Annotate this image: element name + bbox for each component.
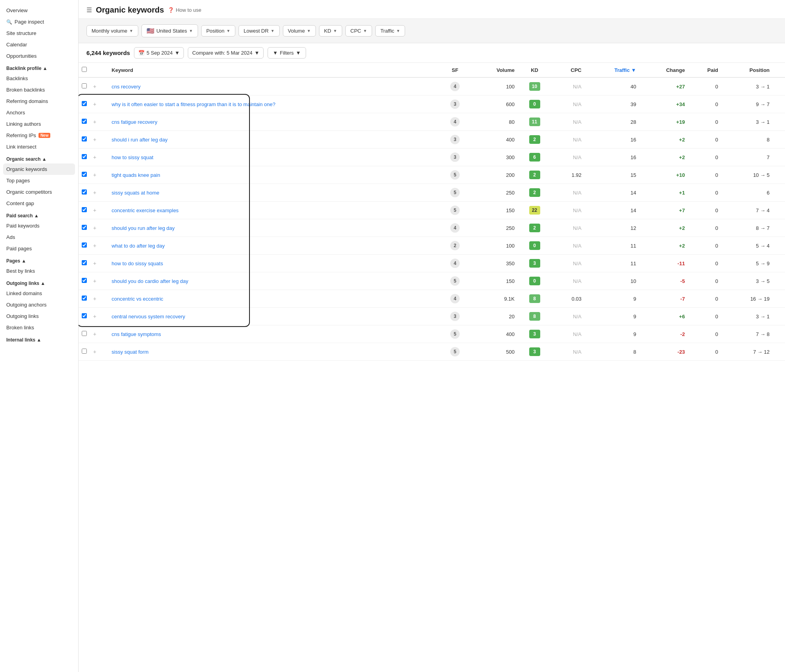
keyword-link[interactable]: tight quads knee pain — [112, 172, 160, 178]
keyword-link[interactable]: should you do cardio after leg day — [112, 278, 188, 284]
row-checkbox[interactable] — [82, 119, 87, 124]
row-checkbox[interactable] — [82, 207, 87, 212]
sidebar-item-referring-ips[interactable]: Referring IPsNew — [0, 130, 78, 141]
add-keyword-icon[interactable]: + — [93, 83, 96, 90]
sidebar-item-linked-domains[interactable]: Linked domains — [0, 288, 78, 299]
keyword-link[interactable]: sissy squats at home — [112, 190, 159, 196]
sidebar-item-anchors[interactable]: Anchors — [0, 107, 78, 118]
add-keyword-icon[interactable]: + — [93, 172, 96, 178]
how-to-use-button[interactable]: ❓ How to use — [168, 7, 201, 13]
sidebar-item-content-gap[interactable]: Content gap — [0, 198, 78, 209]
section-header-organic-search[interactable]: Organic search ▲ — [0, 152, 78, 163]
position-col-header[interactable]: Position — [721, 63, 773, 77]
keyword-link[interactable]: should i run after leg day — [112, 137, 167, 143]
sidebar-item-top-pages[interactable]: Top pages — [0, 175, 78, 186]
position-filter[interactable]: Position ▼ — [201, 25, 235, 37]
row-checkbox[interactable] — [82, 313, 87, 318]
keyword-col-header[interactable]: Keyword — [108, 63, 440, 77]
traffic-col-header[interactable]: Traffic ▼ — [585, 63, 639, 77]
keyword-link[interactable]: sissy squat form — [112, 349, 149, 355]
add-keyword-icon[interactable]: + — [93, 189, 96, 196]
paid-col-header[interactable]: Paid — [688, 63, 721, 77]
row-checkbox[interactable] — [82, 331, 87, 336]
add-keyword-icon[interactable]: + — [93, 349, 96, 355]
sidebar-item-calendar[interactable]: Calendar — [0, 39, 78, 50]
cpc-col-header[interactable]: CPC — [551, 63, 585, 77]
sidebar-item-ads[interactable]: Ads — [0, 231, 78, 243]
sidebar-item-paid-keywords[interactable]: Paid keywords — [0, 220, 78, 231]
add-keyword-icon[interactable]: + — [93, 278, 96, 284]
row-checkbox[interactable] — [82, 83, 87, 88]
sidebar-item-backlinks[interactable]: Backlinks — [0, 73, 78, 84]
section-header-pages[interactable]: Pages ▲ — [0, 254, 78, 265]
section-header-backlink-profile[interactable]: Backlink profile ▲ — [0, 62, 78, 73]
kd-filter[interactable]: KD ▼ — [319, 25, 342, 37]
sidebar-item-outgoing-links-item[interactable]: Outgoing links — [0, 310, 78, 322]
keyword-link[interactable]: how to sissy squat — [112, 154, 153, 160]
sidebar-item-page-inspect[interactable]: 🔍Page inspect — [0, 16, 78, 28]
keyword-link[interactable]: cns fatigue symptoms — [112, 331, 161, 337]
row-checkbox[interactable] — [82, 242, 87, 248]
sidebar-item-outgoing-anchors[interactable]: Outgoing anchors — [0, 299, 78, 310]
row-checkbox[interactable] — [82, 154, 87, 159]
filters-button[interactable]: ▼ Filters ▼ — [268, 47, 306, 59]
monthly-volume-filter[interactable]: Monthly volume ▼ — [86, 25, 138, 37]
row-checkbox[interactable] — [82, 296, 87, 301]
add-keyword-icon[interactable]: + — [93, 101, 96, 107]
keyword-link[interactable]: how to do sissy squats — [112, 261, 163, 266]
volume-filter[interactable]: Volume ▼ — [283, 25, 316, 37]
volume-col-header[interactable]: Volume — [470, 63, 518, 77]
add-keyword-icon[interactable]: + — [93, 313, 96, 319]
sidebar-item-link-intersect[interactable]: Link intersect — [0, 141, 78, 152]
row-checkbox[interactable] — [82, 260, 87, 265]
add-keyword-icon[interactable]: + — [93, 225, 96, 231]
sf-col-header[interactable]: SF — [440, 63, 470, 77]
select-all-checkbox[interactable] — [82, 67, 87, 72]
keyword-link[interactable]: concentric vs eccentric — [112, 296, 163, 302]
row-checkbox[interactable] — [82, 136, 87, 141]
sidebar-item-overview[interactable]: Overview — [0, 5, 78, 16]
sidebar-item-referring-domains[interactable]: Referring domains — [0, 95, 78, 107]
add-keyword-icon[interactable]: + — [93, 260, 96, 266]
row-checkbox[interactable] — [82, 172, 87, 177]
keyword-link[interactable]: cns fatigue recovery — [112, 119, 157, 125]
cpc-filter[interactable]: CPC ▼ — [345, 25, 372, 37]
sidebar-item-organic-keywords[interactable]: Organic keywords — [3, 163, 75, 175]
add-keyword-icon[interactable]: + — [93, 154, 96, 160]
keyword-link[interactable]: why is it often easier to start a fitnes… — [112, 101, 275, 107]
sidebar-item-broken-backlinks[interactable]: Broken backlinks — [0, 84, 78, 95]
section-header-outgoing-links[interactable]: Outgoing links ▲ — [0, 277, 78, 288]
sidebar-item-linking-authors[interactable]: Linking authors — [0, 118, 78, 130]
change-col-header[interactable]: Change — [639, 63, 688, 77]
row-checkbox[interactable] — [82, 278, 87, 283]
keyword-link[interactable]: should you run after leg day — [112, 225, 174, 231]
sidebar-item-site-structure[interactable]: Site structure — [0, 28, 78, 39]
add-keyword-icon[interactable]: + — [93, 207, 96, 213]
row-checkbox[interactable] — [82, 189, 87, 195]
row-checkbox[interactable] — [82, 225, 87, 230]
sidebar-item-best-by-links[interactable]: Best by links — [0, 265, 78, 277]
keyword-link[interactable]: cns recovery — [112, 84, 141, 90]
kd-col-header[interactable]: KD — [518, 63, 552, 77]
row-checkbox[interactable] — [82, 349, 87, 354]
select-all-header[interactable] — [79, 63, 90, 77]
section-header-internal-links[interactable]: Internal links ▲ — [0, 333, 78, 344]
section-header-paid-search[interactable]: Paid search ▲ — [0, 209, 78, 220]
country-filter[interactable]: 🇺🇸 United States ▼ — [141, 24, 198, 37]
keyword-link[interactable]: concentric exercise examples — [112, 207, 179, 213]
sidebar-item-paid-pages[interactable]: Paid pages — [0, 243, 78, 254]
add-keyword-icon[interactable]: + — [93, 242, 96, 249]
add-keyword-icon[interactable]: + — [93, 119, 96, 125]
add-keyword-icon[interactable]: + — [93, 296, 96, 302]
menu-icon[interactable]: ☰ — [86, 6, 92, 14]
sidebar-item-organic-competitors[interactable]: Organic competitors — [0, 186, 78, 198]
add-keyword-icon[interactable]: + — [93, 331, 96, 337]
sidebar-item-opportunities[interactable]: Opportunities — [0, 50, 78, 62]
traffic-filter[interactable]: Traffic ▼ — [375, 25, 405, 37]
row-checkbox[interactable] — [82, 101, 87, 106]
lowest-dr-filter[interactable]: Lowest DR ▼ — [238, 25, 279, 37]
compare-button[interactable]: Compare with: 5 Mar 2024 ▼ — [188, 47, 264, 59]
date-picker-button[interactable]: 📅 5 Sep 2024 ▼ — [134, 47, 184, 59]
keyword-link[interactable]: central nervous system recovery — [112, 314, 185, 319]
sidebar-item-broken-links[interactable]: Broken links — [0, 322, 78, 333]
